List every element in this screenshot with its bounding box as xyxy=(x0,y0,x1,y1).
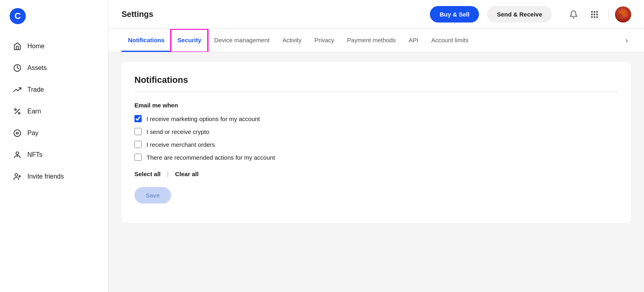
notifications-bell-button[interactable] xyxy=(566,7,581,22)
sidebar-item-pay-label: Pay xyxy=(27,130,39,137)
svg-point-17 xyxy=(591,16,592,18)
user-avatar[interactable] xyxy=(615,6,631,23)
checkbox-item-recommended[interactable]: There are recommended actions for my acc… xyxy=(134,154,618,161)
home-icon xyxy=(13,42,22,51)
checkbox-merchant-label: I receive merchant orders xyxy=(147,141,215,148)
sidebar-item-assets-label: Assets xyxy=(27,64,47,72)
svg-point-15 xyxy=(594,14,595,15)
sidebar-item-trade-label: Trade xyxy=(27,86,44,93)
main-content: Settings Buy & Sell Send & Receive xyxy=(109,0,644,292)
trade-icon xyxy=(13,85,22,94)
checkbox-marketing[interactable] xyxy=(134,115,142,122)
app-logo[interactable]: C xyxy=(10,8,26,24)
tabs-container: Notifications Security Device management… xyxy=(109,29,644,52)
checkbox-send-receive[interactable] xyxy=(134,128,142,135)
tab-device-management[interactable]: Device management xyxy=(208,29,276,52)
sidebar-item-assets[interactable]: Assets xyxy=(3,58,105,78)
checkbox-merchant[interactable] xyxy=(134,141,142,148)
clear-all-button[interactable]: Clear all xyxy=(175,171,198,177)
svg-point-18 xyxy=(594,16,595,18)
checkbox-recommended-label: There are recommended actions for my acc… xyxy=(147,154,275,161)
sidebar: C Home Assets Trade Earn xyxy=(0,0,109,292)
sidebar-item-trade[interactable]: Trade xyxy=(3,80,105,100)
svg-point-8 xyxy=(15,174,18,177)
save-button[interactable]: Save xyxy=(134,187,171,204)
checkbox-list: I receive marketing options for my accou… xyxy=(134,115,618,161)
content-area: Notifications Security Device management… xyxy=(109,29,644,292)
header-divider xyxy=(608,8,609,21)
title-divider xyxy=(134,92,618,92)
tab-security[interactable]: Security xyxy=(171,29,208,52)
header-icons xyxy=(566,6,631,23)
sidebar-item-pay[interactable]: Pay xyxy=(3,123,105,143)
nfts-icon xyxy=(13,150,22,159)
sidebar-item-nfts-label: NFTs xyxy=(27,151,42,158)
checkbox-item-marketing[interactable]: I receive marketing options for my accou… xyxy=(134,115,618,122)
svg-point-22 xyxy=(618,14,622,17)
earn-icon xyxy=(13,107,22,116)
svg-point-14 xyxy=(591,14,592,15)
sidebar-item-home[interactable]: Home xyxy=(3,36,105,56)
sidebar-item-earn[interactable]: Earn xyxy=(3,101,105,121)
svg-point-16 xyxy=(597,14,598,15)
svg-line-1 xyxy=(15,109,20,114)
select-all-button[interactable]: Select all xyxy=(134,171,161,177)
grid-menu-button[interactable] xyxy=(587,7,602,22)
svg-point-3 xyxy=(19,113,20,114)
svg-point-19 xyxy=(597,16,598,18)
settings-content: Notifications Email me when I receive ma… xyxy=(109,52,644,232)
sidebar-item-nfts[interactable]: NFTs xyxy=(3,145,105,165)
checkbox-send-receive-label: I send or receive crypto xyxy=(147,128,209,135)
sidebar-item-earn-label: Earn xyxy=(27,108,41,115)
tab-activity[interactable]: Activity xyxy=(276,29,308,52)
sidebar-item-home-label: Home xyxy=(27,43,45,50)
svg-point-23 xyxy=(624,14,628,17)
notifications-title: Notifications xyxy=(134,75,618,85)
checkbox-marketing-label: I receive marketing options for my accou… xyxy=(147,115,260,122)
tab-scroll-button[interactable]: › xyxy=(622,29,631,52)
checkbox-item-merchant[interactable]: I receive merchant orders xyxy=(134,141,618,148)
pay-icon xyxy=(13,129,22,138)
svg-point-6 xyxy=(16,152,19,155)
buy-sell-button[interactable]: Buy & Sell xyxy=(430,6,479,23)
tab-account-limits[interactable]: Account limits xyxy=(425,29,475,52)
send-receive-button[interactable]: Send & Receive xyxy=(487,6,552,23)
sidebar-item-invite-label: Invite friends xyxy=(27,173,64,180)
tab-payment-methods[interactable]: Payment methods xyxy=(341,29,402,52)
tab-notifications[interactable]: Notifications xyxy=(122,29,171,52)
email-section-label: Email me when xyxy=(134,102,618,109)
assets-icon xyxy=(13,64,22,72)
svg-point-12 xyxy=(594,11,595,12)
actions-row: Select all | Clear all xyxy=(134,171,618,177)
svg-point-5 xyxy=(17,132,19,134)
invite-icon xyxy=(13,172,22,181)
checkbox-recommended[interactable] xyxy=(134,154,142,161)
page-title: Settings xyxy=(122,10,153,19)
header: Settings Buy & Sell Send & Receive xyxy=(109,0,644,29)
actions-divider: | xyxy=(167,171,169,177)
svg-point-2 xyxy=(14,109,16,110)
sidebar-logo-area: C xyxy=(0,0,108,32)
sidebar-nav: Home Assets Trade Earn Pay xyxy=(0,32,108,191)
svg-point-11 xyxy=(591,11,592,12)
svg-point-13 xyxy=(597,11,598,12)
tab-api[interactable]: API xyxy=(402,29,425,52)
sidebar-item-invite[interactable]: Invite friends xyxy=(3,167,105,187)
checkbox-item-send-receive[interactable]: I send or receive crypto xyxy=(134,128,618,135)
svg-point-4 xyxy=(14,130,21,137)
tab-privacy[interactable]: Privacy xyxy=(308,29,341,52)
notifications-card: Notifications Email me when I receive ma… xyxy=(122,62,631,223)
